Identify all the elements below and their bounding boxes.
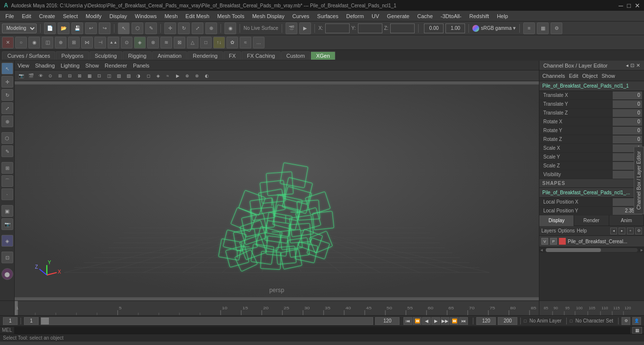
combine-icon[interactable]: ◈ — [134, 37, 146, 48]
tab-rigging[interactable]: Rigging — [123, 51, 152, 60]
camera-btn[interactable]: 📷 — [1, 218, 13, 230]
playback-end-frame[interactable] — [498, 317, 517, 325]
tab-anim[interactable]: Anim — [609, 215, 644, 226]
menu-deform[interactable]: Deform — [343, 12, 367, 20]
tab-fx-caching[interactable]: FX Caching — [242, 51, 280, 60]
menu-file[interactable]: File — [2, 12, 18, 20]
vp-film-icon[interactable]: 🎬 — [26, 71, 35, 80]
menu-edit-mesh[interactable]: Edit Mesh — [182, 12, 213, 20]
poly-cyl-icon[interactable]: ◉ — [28, 37, 40, 48]
layer-color-swatch[interactable] — [559, 238, 566, 245]
navigate-btn[interactable]: ⬤ — [1, 268, 13, 280]
tab-fx[interactable]: FX — [223, 51, 241, 60]
vp-render-icon[interactable]: ▶ — [173, 71, 182, 80]
channelbox-close-icon[interactable]: ✕ — [636, 63, 640, 68]
quadrangulate-icon[interactable]: □ — [200, 37, 212, 48]
y-field[interactable] — [358, 23, 382, 33]
scale-tool-icon[interactable]: ⤢ — [192, 23, 203, 34]
layers-menu[interactable]: Layers — [541, 228, 556, 233]
z-field[interactable] — [390, 23, 415, 33]
vp-panel2-icon[interactable]: ⊠ — [75, 71, 84, 80]
vp-aa-icon[interactable]: ⊗ — [193, 71, 201, 80]
snap-point-btn[interactable]: · — [1, 188, 13, 200]
menu-mesh[interactable]: Mesh — [161, 12, 181, 20]
command-input[interactable] — [14, 327, 630, 334]
sculpt-icon[interactable]: ✿ — [226, 37, 238, 48]
tab-xgen[interactable]: XGen — [311, 51, 335, 60]
lasso-select-icon[interactable]: ⬡ — [132, 23, 143, 34]
viewport-menu-show[interactable]: Show — [86, 63, 99, 69]
vp-shadow-icon[interactable]: ◐ — [202, 71, 211, 80]
val2-field[interactable] — [445, 23, 465, 33]
subdivide-icon[interactable]: ⊠ — [174, 37, 185, 48]
vp-camera-icon[interactable]: 📷 — [17, 71, 25, 80]
val1-field[interactable] — [424, 23, 444, 33]
tab-custom[interactable]: Custom — [281, 51, 311, 60]
viewport-menu-lighting[interactable]: Lighting — [61, 63, 80, 69]
poly-cube-icon[interactable]: ○ — [15, 37, 27, 48]
layer-visible-toggle[interactable]: V — [541, 238, 548, 245]
tab-sculpting[interactable]: Sculpting — [89, 51, 122, 60]
select-tool-icon[interactable]: ↖ — [118, 23, 130, 34]
anim-layer-checkbox[interactable]: □ — [524, 319, 526, 323]
lasso-btn[interactable]: ⬡ — [1, 132, 13, 144]
viewport-menu-panels[interactable]: Panels — [133, 63, 150, 69]
playback-end-btn[interactable]: ⏭ — [459, 317, 468, 325]
viewport-menu-shading[interactable]: Shading — [35, 63, 55, 69]
open-scene-icon[interactable]: 📂 — [58, 23, 69, 34]
channelbox-float-icon[interactable]: ⊡ — [630, 63, 634, 68]
vp-wire-icon[interactable]: ◻ — [144, 71, 153, 80]
layer-item[interactable]: V P Pile_of_Breakfast_Cereal... — [539, 236, 644, 247]
menu-display[interactable]: Display — [106, 12, 131, 20]
scrollbar-right-arrow[interactable]: ▸ — [640, 247, 644, 253]
x-field[interactable] — [325, 23, 350, 33]
extrude-icon[interactable]: ⊞ — [68, 37, 80, 48]
tab-rendering[interactable]: Rendering — [187, 51, 223, 60]
vp-smooth-icon[interactable]: ≈ — [163, 71, 172, 80]
vp-xray-icon[interactable]: ◈ — [154, 71, 162, 80]
save-scene-icon[interactable]: 💾 — [71, 23, 83, 34]
rotate-tool-btn[interactable]: ↻ — [1, 89, 13, 101]
range-start-input[interactable] — [24, 317, 39, 325]
paint-weights-icon[interactable]: ↑↓ — [213, 37, 225, 48]
current-frame-input[interactable] — [3, 317, 18, 325]
merge-icon[interactable]: ⊙ — [121, 37, 133, 48]
vp-panel5-icon[interactable]: ◫ — [105, 71, 113, 80]
triangulate-icon[interactable]: △ — [187, 37, 199, 48]
char-set-checkbox[interactable]: □ — [570, 319, 572, 323]
ipr-render-icon[interactable]: ▶ — [299, 23, 311, 34]
more-icon[interactable]: … — [253, 37, 265, 48]
vp-panel-icon[interactable]: ⊟ — [66, 71, 74, 80]
viewport-menu-view[interactable]: View — [18, 63, 29, 69]
menu-uv[interactable]: UV — [368, 12, 382, 20]
undo-icon[interactable]: ↩ — [85, 23, 97, 34]
layer-playback-toggle[interactable]: P — [550, 238, 557, 245]
tab-polygons[interactable]: Polygons — [56, 51, 89, 60]
menu-help[interactable]: Help — [493, 12, 511, 20]
playback-back-btn[interactable]: ◀ — [422, 317, 431, 325]
channels-menu[interactable]: Channels — [542, 73, 565, 79]
tab-display[interactable]: Display — [539, 215, 574, 226]
attribute-editor-icon[interactable]: ▦ — [537, 23, 549, 34]
result-display-btn[interactable]: ▦ — [632, 327, 642, 334]
layer-settings-icon[interactable]: ⚙ — [635, 228, 642, 234]
menu-mesh-display[interactable]: Mesh Display — [249, 12, 288, 20]
timeline-ruler[interactable]: 1 5 10 15 20 25 30 — [15, 301, 539, 315]
bevel-icon[interactable]: ▲▲ — [108, 37, 119, 48]
channelbox-collapse-icon[interactable]: ◂ — [626, 63, 628, 68]
options-menu[interactable]: Options — [558, 228, 575, 233]
menu-curves[interactable]: Curves — [289, 12, 313, 20]
menu-select[interactable]: Select — [60, 12, 82, 20]
layer-nav-right-icon[interactable]: ▸ — [619, 228, 625, 234]
vp-panel4-icon[interactable]: ⊡ — [95, 71, 104, 80]
playback-start-frame[interactable] — [476, 317, 496, 325]
universal-manip-btn[interactable]: ⊕ — [1, 115, 13, 127]
menu-edit[interactable]: Edit — [19, 12, 35, 20]
select-tool-btn[interactable]: ↖ — [1, 63, 13, 74]
layer-add-icon[interactable]: + — [627, 228, 634, 234]
scrollbar-track[interactable] — [546, 248, 638, 252]
vp-grid-icon[interactable]: ⊞ — [56, 71, 65, 80]
universal-manip-icon[interactable]: ⊕ — [205, 23, 217, 34]
menu-3dto-all[interactable]: -3DtoAll- — [437, 12, 465, 20]
vp-panel3-icon[interactable]: ▦ — [85, 71, 94, 80]
